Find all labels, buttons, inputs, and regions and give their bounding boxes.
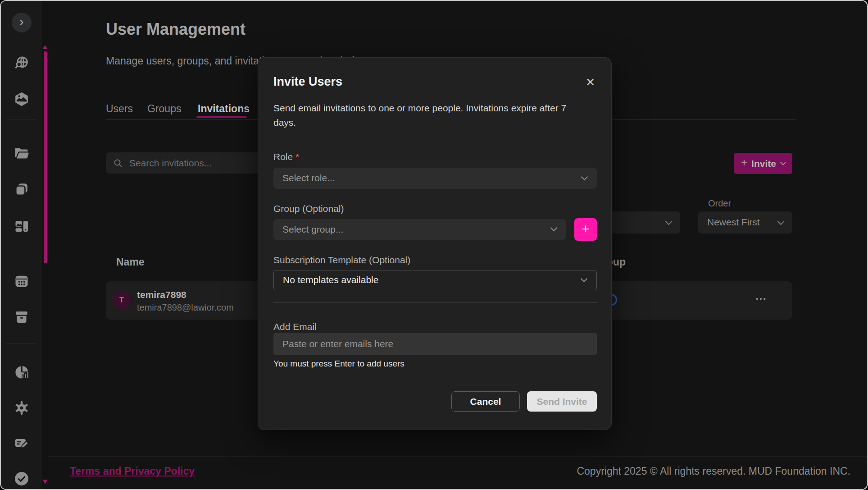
invite-button[interactable]: + Invite: [734, 153, 792, 174]
pie-chart-icon: [14, 364, 30, 380]
send-invite-button[interactable]: Send Invite: [527, 391, 597, 412]
chevron-down-icon: [665, 218, 673, 225]
archive-box-icon: [14, 309, 30, 325]
asset-cube-icon: [14, 91, 30, 107]
copyright-text: Copyright 2025 © All rights reserved. MU…: [577, 465, 850, 477]
modal-description: Send email invitations to one or more pe…: [273, 101, 589, 130]
sidebar-item-files[interactable]: [14, 145, 30, 161]
chevron-right-icon: ›: [20, 15, 24, 29]
chevron-down-icon: [777, 218, 785, 225]
required-asterisk: *: [295, 151, 299, 162]
sidebar-item-calendar[interactable]: [14, 273, 30, 289]
plus-icon: +: [582, 221, 590, 237]
card-edit-icon: [14, 435, 30, 451]
layout-devices-icon: [14, 218, 30, 234]
email-hint: You must press Enter to add users: [273, 359, 404, 369]
group-select[interactable]: Select group...: [273, 219, 566, 240]
column-header-name: Name: [116, 256, 145, 268]
sidebar-item-analytics[interactable]: [14, 364, 30, 380]
active-tab-underline: [196, 116, 247, 118]
scrollbar-up-arrow[interactable]: [42, 45, 48, 49]
sidebar-expand-button[interactable]: ›: [12, 13, 32, 32]
template-select[interactable]: No templates available: [273, 270, 597, 290]
invite-users-modal: Invite Users ✕ Send email invitations to…: [258, 57, 612, 430]
page-title: User Management: [106, 20, 245, 39]
tab-invitations[interactable]: Invitations: [198, 103, 250, 115]
row-actions-menu[interactable]: •••: [756, 295, 767, 302]
scrollbar-down-arrow[interactable]: [42, 480, 48, 484]
add-group-button[interactable]: +: [574, 218, 597, 241]
chevron-down-icon: [581, 275, 588, 283]
row-email: temira7898@lawior.com: [137, 302, 234, 313]
template-label: Subscription Template (Optional): [273, 255, 410, 266]
group-label: Group (Optional): [273, 203, 344, 214]
app-window: ›: [0, 0, 868, 490]
sidebar-divider: [6, 119, 37, 119]
add-email-label: Add Email: [273, 321, 317, 332]
globe-search-icon: [14, 55, 30, 71]
order-label: Order: [708, 198, 731, 209]
tab-groups[interactable]: Groups: [147, 103, 181, 115]
sidebar-item-status[interactable]: [14, 471, 30, 487]
calendar-icon: [14, 273, 30, 289]
close-icon[interactable]: ✕: [586, 76, 595, 89]
sidebar-item-globe-search[interactable]: [14, 55, 30, 71]
plus-icon: +: [741, 156, 747, 169]
modal-divider: [273, 302, 597, 303]
footer-divider: [48, 456, 868, 457]
sidebar-item-assets[interactable]: [14, 91, 30, 107]
order-dropdown[interactable]: Newest First: [698, 211, 792, 234]
tab-users[interactable]: Users: [106, 103, 133, 115]
chevron-down-icon: [780, 160, 786, 165]
copies-icon: [14, 181, 30, 197]
role-label: Role *: [273, 151, 299, 162]
sidebar-divider: [6, 343, 37, 343]
row-username: temira7898: [137, 289, 186, 300]
sidebar-item-archive[interactable]: [14, 309, 30, 325]
email-input[interactable]: [273, 333, 597, 355]
scrollbar-thumb[interactable]: [44, 51, 47, 263]
avatar: T: [113, 291, 131, 309]
sidebar-item-collections[interactable]: [14, 181, 30, 197]
settings-gear-icon: [14, 400, 30, 416]
search-icon: [113, 158, 123, 168]
chevron-down-icon: [550, 224, 558, 232]
role-select[interactable]: Select role...: [273, 168, 597, 189]
terms-privacy-link[interactable]: Terms and Privacy Policy: [70, 465, 195, 477]
sidebar-item-billing[interactable]: [14, 435, 30, 451]
sidebar-item-layouts[interactable]: [14, 218, 30, 234]
modal-title: Invite Users: [273, 75, 342, 89]
chevron-down-icon: [581, 174, 588, 181]
sidebar-item-settings[interactable]: [14, 400, 30, 416]
check-circle-icon: [14, 471, 30, 487]
cancel-button[interactable]: Cancel: [451, 391, 520, 412]
folder-icon: [14, 145, 30, 161]
